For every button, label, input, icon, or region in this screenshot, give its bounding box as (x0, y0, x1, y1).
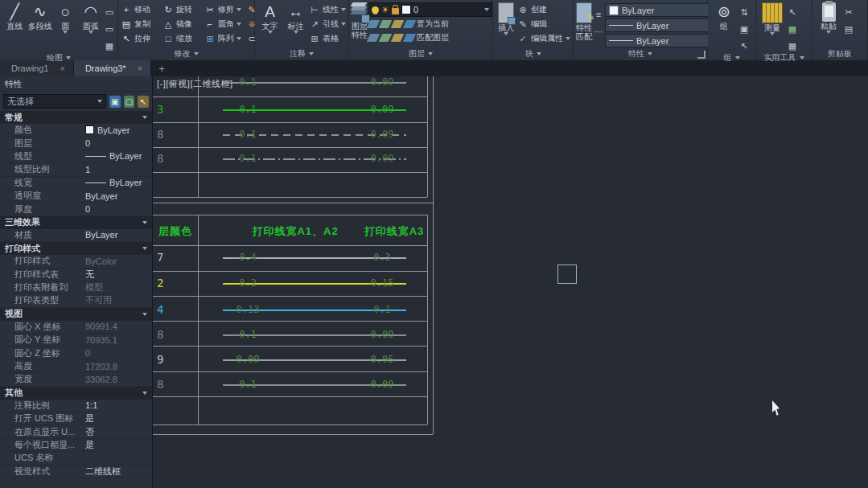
layer-tool-icon[interactable] (403, 20, 417, 28)
arc-button[interactable]: ◠圆弧 (79, 2, 104, 34)
rotate-button[interactable]: ↻旋转 (162, 4, 204, 15)
line-button[interactable]: ╱直线 (2, 2, 27, 31)
ellipse-button[interactable]: ▭ (104, 21, 115, 35)
linetype-button[interactable]: ⋯ (593, 23, 604, 38)
close-tab-icon[interactable]: × (60, 64, 64, 73)
polyline-button[interactable]: ∿多段线 (28, 2, 53, 31)
property-row[interactable]: 打印样式表无 (0, 269, 152, 281)
layer-properties-button[interactable]: 图层特性 (352, 2, 368, 39)
scale-button[interactable]: □缩放 (162, 33, 204, 44)
property-row[interactable]: UCS 名称 (0, 452, 152, 465)
selection-filter-dropdown[interactable]: 无选择 (3, 94, 106, 109)
linear-button[interactable]: ⊢线性 (309, 2, 346, 17)
property-row[interactable]: 打印表附着到模型 (0, 281, 152, 294)
menu-arrow-icon (142, 221, 147, 224)
property-row[interactable]: 注释比例1:1 (0, 400, 152, 412)
property-row[interactable]: 线宽ByLayer (0, 177, 152, 190)
layer-tool-icon[interactable] (367, 34, 381, 42)
group-edit-button[interactable]: ▣ (738, 21, 750, 35)
section-header-三维效果[interactable]: 三维效果 (0, 216, 152, 229)
viewport-controls[interactable]: [-][俯视][二维线框] (157, 78, 233, 90)
new-drawing-button[interactable]: + (151, 60, 172, 76)
rectangle-button[interactable]: ▭ (104, 4, 115, 18)
panel-label-block[interactable]: 块 (493, 47, 573, 60)
cut-button[interactable]: ✂ (843, 4, 854, 18)
mirror-button[interactable]: △镜像 (162, 18, 204, 30)
panel-label-clipboard[interactable]: 剪贴板 (812, 47, 867, 60)
leader-button[interactable]: ↗引线 (309, 17, 346, 31)
circle-button[interactable]: ○圆 (53, 2, 78, 34)
array-button[interactable]: ⊞阵列 (204, 33, 246, 44)
text-button[interactable]: A文字 (257, 2, 282, 34)
quick-select-icon[interactable]: ↖ (138, 96, 149, 108)
paste-button[interactable]: 粘贴 (815, 2, 842, 34)
section-header-视图[interactable]: 视图 (0, 308, 152, 321)
row-layer-number: 9 (157, 353, 163, 366)
layer-dropdown[interactable]: ☀0 (368, 2, 492, 17)
panel-label-annotate[interactable]: 注释 (255, 47, 348, 60)
panel-label-properties[interactable]: 特性 (574, 47, 707, 60)
property-row[interactable]: 在原点显示 U...否 (0, 425, 152, 438)
drawing-canvas[interactable]: [-][俯视][二维线框] 层颜色 打印线宽A1、A2 打印线宽A3 0.10.… (153, 76, 868, 488)
layer-tool-icon[interactable] (391, 34, 405, 42)
toggle-pickadd-icon[interactable]: ▣ (109, 96, 121, 108)
dialog-launcher-icon[interactable] (697, 51, 706, 59)
property-row[interactable]: 透明度ByLayer (0, 190, 152, 203)
property-row[interactable]: 宽度33062.8 (0, 373, 152, 386)
property-row[interactable]: 线型比例1 (0, 163, 152, 176)
create-button[interactable]: ⊕创建 (517, 2, 570, 17)
property-row[interactable]: 材质ByLayer (0, 229, 152, 242)
measure-button[interactable]: 测量 (759, 2, 786, 35)
match-properties-button[interactable]: 特性匹配 (576, 2, 592, 41)
layer-tool-icon[interactable] (403, 34, 417, 42)
hatch-button[interactable]: ▦ (104, 38, 115, 52)
property-row[interactable]: 厚度0 (0, 203, 152, 215)
match-layer-button[interactable]: 匹配图层 (368, 31, 492, 44)
quick-calculator-button[interactable]: ▦ (787, 21, 798, 35)
panel-label-modify[interactable]: 修改 (118, 47, 254, 60)
property-row[interactable]: 图层0 (0, 137, 152, 150)
group-button[interactable]: ⊚组 (710, 2, 738, 31)
layer-tool-icon[interactable] (379, 20, 393, 28)
block-grid-glyph[interactable] (557, 265, 577, 284)
dimension-button[interactable]: ↔标注 (283, 2, 308, 34)
panel-label-groups[interactable]: 组 (708, 52, 755, 64)
ungroup-button[interactable]: ⇅ (738, 4, 750, 18)
property-row[interactable]: 圆心 Y 坐标70935.1 (0, 334, 152, 347)
set-current-layer-button[interactable]: 置为当前 (368, 17, 492, 31)
panel-label-utilities[interactable]: 实用工具 (756, 52, 812, 64)
section-header-常规[interactable]: 常规 (0, 111, 152, 124)
property-row[interactable]: 颜色ByLayer (0, 124, 152, 137)
select-objects-icon[interactable]: ▢ (124, 96, 135, 108)
quick-select-button[interactable]: ↖ (787, 4, 798, 18)
property-row[interactable]: 打开 UCS 图标是 (0, 412, 152, 425)
move-button[interactable]: +移动 (121, 4, 162, 15)
calculator-button[interactable]: ▦ (787, 38, 798, 52)
layer-tool-icon[interactable] (391, 20, 405, 28)
property-row[interactable]: 打印样式ByColor (0, 255, 152, 268)
copy-clip-button[interactable]: ▤ (843, 21, 854, 35)
section-header-打印样式[interactable]: 打印样式 (0, 242, 152, 255)
property-row[interactable]: 每个视口都显...是 (0, 439, 152, 452)
group-select-button[interactable]: ↖ (738, 38, 750, 52)
trim-button[interactable]: ✂修剪 (204, 4, 246, 15)
insert-button[interactable]: 插入 (496, 2, 516, 35)
property-row[interactable]: 线型ByLayer (0, 150, 152, 163)
stretch-button[interactable]: ↖拉伸 (121, 33, 162, 44)
fillet-button[interactable]: ⌐圆角 (204, 18, 246, 30)
copy-button[interactable]: ▤复制 (121, 18, 162, 30)
property-row[interactable]: 圆心 Z 坐标0 (0, 347, 152, 359)
lineweight-button[interactable]: ≡ (593, 6, 604, 21)
panel-label-draw[interactable]: 绘图 (0, 52, 117, 64)
close-tab-icon[interactable]: × (138, 64, 142, 73)
edit-button[interactable]: ✎编辑 (517, 17, 570, 31)
panel-label-layers[interactable]: 图层 (349, 47, 492, 60)
table-button[interactable]: ⊞表格 (309, 31, 346, 46)
property-row[interactable]: 圆心 X 坐标90991.4 (0, 321, 152, 334)
property-row[interactable]: 视觉样式二维线框 (0, 465, 152, 478)
edit-attributes-button[interactable]: ✓编辑属性 (517, 31, 570, 46)
section-header-其他[interactable]: 其他 (0, 387, 152, 400)
property-row[interactable]: 打印表类型不可用 (0, 294, 152, 307)
layer-tool-icon[interactable] (379, 34, 393, 42)
property-row[interactable]: 高度17203.8 (0, 360, 152, 373)
